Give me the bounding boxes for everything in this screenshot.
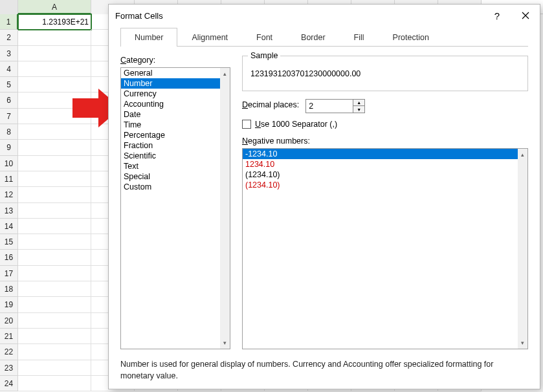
row-header[interactable]: 3: [0, 46, 18, 61]
row-header[interactable]: 8: [0, 124, 18, 140]
cell[interactable]: [18, 297, 91, 312]
category-item[interactable]: Fraction: [121, 140, 220, 151]
dialog-title: Format Cells: [115, 11, 483, 21]
decimal-places-label: Decimal places:: [242, 100, 299, 109]
row-header[interactable]: 24: [0, 376, 18, 391]
category-item[interactable]: Date: [121, 109, 220, 120]
row-header[interactable]: 13: [0, 203, 18, 219]
negative-item[interactable]: (1234.10): [243, 180, 518, 190]
help-button[interactable]: ?: [483, 6, 511, 25]
cell[interactable]: [18, 266, 91, 281]
cell[interactable]: [18, 203, 91, 219]
tabstrip: Number Alignment Font Border Fill Protec…: [109, 27, 540, 46]
category-item[interactable]: Text: [121, 161, 220, 171]
category-item[interactable]: Custom: [121, 182, 220, 192]
row-header[interactable]: 14: [0, 219, 18, 234]
cell[interactable]: [18, 30, 91, 45]
cell[interactable]: [18, 234, 91, 250]
row-header[interactable]: 15: [0, 234, 18, 250]
cell[interactable]: 1.23193E+21: [18, 14, 91, 30]
row-header[interactable]: 23: [0, 360, 18, 376]
row-header[interactable]: 20: [0, 313, 18, 329]
decimal-places-input[interactable]: [306, 100, 353, 113]
sample-group: Sample 1231931203701230000000.00: [242, 56, 528, 91]
scroll-up-icon[interactable]: ▴: [220, 68, 230, 79]
cell[interactable]: [18, 360, 91, 376]
row-header[interactable]: 19: [0, 297, 18, 312]
cell[interactable]: [18, 187, 91, 202]
tab-content: Category: GeneralNumberCurrencyAccountin…: [109, 47, 540, 389]
close-button[interactable]: [511, 6, 540, 25]
decimal-places-spinner[interactable]: ▲ ▼: [305, 99, 365, 113]
scroll-down-icon[interactable]: ▾: [518, 338, 527, 349]
col-header-a[interactable]: A: [18, 0, 91, 14]
format-cells-dialog: Format Cells ? Number Alignment Font Bor…: [108, 4, 540, 389]
category-item[interactable]: General: [121, 68, 220, 78]
select-all-corner[interactable]: [0, 0, 18, 14]
scroll-up-icon[interactable]: ▴: [518, 149, 527, 160]
tab-number[interactable]: Number: [120, 28, 177, 47]
cell[interactable]: [18, 156, 91, 171]
category-item[interactable]: Special: [121, 171, 220, 182]
cell[interactable]: [18, 376, 91, 391]
negative-item[interactable]: -1234.10: [243, 149, 518, 159]
cell[interactable]: [18, 140, 91, 155]
sample-value: 1231931203701230000000.00: [250, 69, 520, 78]
row-header[interactable]: 22: [0, 344, 18, 360]
category-item[interactable]: Time: [121, 120, 220, 130]
cell[interactable]: [18, 61, 91, 77]
tab-alignment[interactable]: Alignment: [177, 28, 242, 47]
close-icon: [522, 12, 529, 19]
row-header[interactable]: 9: [0, 140, 18, 155]
dialog-titlebar[interactable]: Format Cells ?: [109, 5, 540, 27]
cell[interactable]: [18, 281, 91, 297]
category-item[interactable]: Scientific: [121, 151, 220, 161]
scrollbar-vertical[interactable]: ▴ ▾: [518, 149, 527, 349]
category-item[interactable]: Currency: [121, 89, 220, 99]
negative-numbers-label: Negative numbers:: [242, 136, 528, 146]
row-header[interactable]: 7: [0, 109, 18, 124]
category-description: Number is used for general display of nu…: [120, 349, 528, 383]
cell[interactable]: [18, 46, 91, 61]
row-header[interactable]: 16: [0, 250, 18, 265]
row-header[interactable]: 1: [0, 14, 18, 30]
negative-item[interactable]: (1234.10): [243, 169, 518, 180]
cell[interactable]: [18, 250, 91, 265]
row-header[interactable]: 5: [0, 77, 18, 93]
tab-font[interactable]: Font: [242, 28, 287, 47]
row-header[interactable]: 6: [0, 93, 18, 108]
row-header[interactable]: 18: [0, 281, 18, 297]
cell[interactable]: [18, 313, 91, 329]
negative-item[interactable]: 1234.10: [243, 159, 518, 169]
row-header[interactable]: 12: [0, 187, 18, 202]
tab-fill[interactable]: Fill: [340, 28, 379, 47]
scrollbar-vertical[interactable]: ▴ ▾: [220, 68, 230, 349]
row-header[interactable]: 2: [0, 30, 18, 45]
spinner-up-icon[interactable]: ▲: [353, 100, 364, 106]
tab-border[interactable]: Border: [287, 28, 340, 47]
category-label: Category:: [120, 56, 230, 65]
row-header[interactable]: 10: [0, 156, 18, 171]
cell[interactable]: [18, 344, 91, 360]
spinner-down-icon[interactable]: ▼: [353, 106, 364, 113]
category-item[interactable]: Accounting: [121, 99, 220, 109]
row-header[interactable]: 4: [0, 61, 18, 77]
tab-protection[interactable]: Protection: [379, 28, 443, 47]
category-item[interactable]: Number: [121, 78, 220, 89]
row-header[interactable]: 17: [0, 266, 18, 281]
negative-numbers-listbox[interactable]: -1234.101234.10(1234.10)(1234.10) ▴ ▾: [242, 148, 528, 349]
sample-label: Sample: [248, 51, 280, 60]
cell[interactable]: [18, 329, 91, 344]
cell[interactable]: [18, 219, 91, 234]
row-header[interactable]: 21: [0, 329, 18, 344]
row-header[interactable]: 11: [0, 171, 18, 187]
use-separator-label: Use 1000 Separator (,): [255, 120, 337, 129]
scroll-down-icon[interactable]: ▾: [220, 338, 230, 349]
category-listbox[interactable]: GeneralNumberCurrencyAccountingDateTimeP…: [120, 67, 230, 349]
category-item[interactable]: Percentage: [121, 130, 220, 140]
use-separator-checkbox[interactable]: [242, 120, 251, 129]
cell[interactable]: [18, 171, 91, 187]
